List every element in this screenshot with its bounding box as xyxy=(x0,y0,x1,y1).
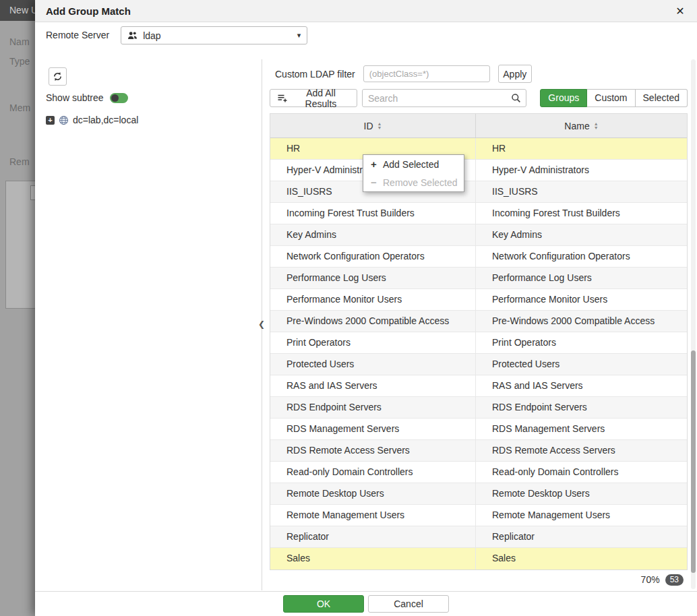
refresh-button[interactable] xyxy=(49,67,67,86)
row-name-cell[interactable]: Performance Log Users xyxy=(476,268,687,288)
row-id-cell[interactable]: Remote Desktop Users xyxy=(270,483,476,504)
show-subtree-toggle[interactable] xyxy=(110,93,128,103)
row-id-cell[interactable]: Incoming Forest Trust Builders xyxy=(270,203,476,224)
dimmed-background: New U Nam Type Mem Rem * xyxy=(0,0,35,616)
context-menu: + Add Selected − Remove Selected xyxy=(363,154,464,192)
row-name-cell[interactable]: RDS Remote Access Servers xyxy=(476,440,687,461)
row-name-cell[interactable]: IIS_IUSRS xyxy=(476,181,687,202)
dialog-title: Add Group Match xyxy=(46,5,131,17)
row-id-cell[interactable]: RDS Endpoint Servers xyxy=(270,397,476,418)
table-row[interactable]: SalesSales xyxy=(270,548,687,569)
table-row[interactable]: Performance Monitor UsersPerformance Mon… xyxy=(270,289,687,311)
table-row[interactable]: Read-only Domain ControllersRead-only Do… xyxy=(270,462,687,483)
table-row[interactable]: RDS Endpoint ServersRDS Endpoint Servers xyxy=(270,397,687,419)
table-row[interactable]: Protected UsersProtected Users xyxy=(270,354,687,375)
row-name-cell[interactable]: Remote Desktop Users xyxy=(476,483,687,504)
results-panel: Custom LDAP filter Apply Add All Results xyxy=(270,59,688,589)
table-row[interactable]: RAS and IAS ServersRAS and IAS Servers xyxy=(270,375,687,397)
row-name-cell[interactable]: Key Admins xyxy=(476,224,687,245)
tab-groups[interactable]: Groups xyxy=(540,89,587,107)
dialog-titlebar: Add Group Match ✕ xyxy=(35,0,697,22)
table-row[interactable]: Hyper-V AdministratorsHyper-V Administra… xyxy=(270,160,687,181)
tab-custom[interactable]: Custom xyxy=(587,89,635,107)
table-row[interactable]: IIS_IUSRSIIS_IUSRS xyxy=(270,181,687,203)
row-id-cell[interactable]: Performance Log Users xyxy=(270,268,476,288)
row-name-cell[interactable]: Network Configuration Operators xyxy=(476,246,687,267)
column-id-label: ID xyxy=(364,121,373,131)
column-header-id[interactable]: ID ▲▼ xyxy=(270,114,476,137)
search-input[interactable] xyxy=(363,90,506,106)
ldap-filter-label: Custom LDAP filter xyxy=(275,69,355,80)
row-id-cell[interactable]: RDS Remote Access Servers xyxy=(270,440,476,461)
scrollbar-thumb[interactable] xyxy=(691,350,696,573)
tree-node-label: dc=lab,dc=local xyxy=(73,115,138,125)
expand-plus-icon[interactable]: + xyxy=(46,116,55,125)
row-name-cell[interactable]: Hyper-V Administrators xyxy=(476,160,687,181)
table-row[interactable]: Incoming Forest Trust BuildersIncoming F… xyxy=(270,203,687,224)
apply-button[interactable]: Apply xyxy=(498,65,532,83)
row-id-cell[interactable]: Sales xyxy=(270,548,476,569)
sort-icon: ▲▼ xyxy=(594,122,599,130)
row-id-cell[interactable]: RDS Management Servers xyxy=(270,419,476,439)
row-name-cell[interactable]: Incoming Forest Trust Builders xyxy=(476,203,687,224)
table-row[interactable]: HRHR xyxy=(270,138,687,160)
sort-icon: ▲▼ xyxy=(377,122,382,130)
row-id-cell[interactable]: Key Admins xyxy=(270,224,476,245)
row-id-cell[interactable]: Performance Monitor Users xyxy=(270,289,476,310)
ldap-tree-root[interactable]: + dc=lab,dc=local xyxy=(46,115,138,125)
row-id-cell[interactable]: Replicator xyxy=(270,526,476,547)
row-name-cell[interactable]: Print Operators xyxy=(476,332,687,353)
row-id-cell[interactable]: RAS and IAS Servers xyxy=(270,375,476,396)
ok-button[interactable]: OK xyxy=(283,595,364,613)
group-table-body: HRHRHyper-V AdministratorsHyper-V Admini… xyxy=(270,138,687,569)
menu-item-add-selected[interactable]: + Add Selected xyxy=(363,155,464,173)
remote-server-select[interactable]: ldap ▾ xyxy=(121,26,307,44)
background-window-title: New U xyxy=(0,0,35,21)
dialog-scrollbar[interactable] xyxy=(691,59,696,589)
row-name-cell[interactable]: Sales xyxy=(476,548,687,569)
collapse-panel-icon[interactable]: ❮ xyxy=(255,317,268,332)
table-row[interactable]: Key AdminsKey Admins xyxy=(270,224,687,246)
row-id-cell[interactable]: Read-only Domain Controllers xyxy=(270,462,476,483)
row-name-cell[interactable]: RDS Management Servers xyxy=(476,419,687,439)
row-id-cell[interactable]: Print Operators xyxy=(270,332,476,353)
table-row[interactable]: ReplicatorReplicator xyxy=(270,526,687,548)
table-row[interactable]: Remote Management UsersRemote Management… xyxy=(270,505,687,526)
column-header-name[interactable]: Name ▲▼ xyxy=(476,114,687,137)
ldap-filter-input[interactable] xyxy=(363,65,490,82)
row-name-cell[interactable]: Pre-Windows 2000 Compatible Access xyxy=(476,311,687,332)
row-name-cell[interactable]: Performance Monitor Users xyxy=(476,289,687,310)
menu-item-remove-selected[interactable]: − Remove Selected xyxy=(363,173,464,191)
add-group-match-dialog: Add Group Match ✕ Remote Server ldap ▾ xyxy=(35,0,697,616)
table-row[interactable]: RDS Management ServersRDS Management Ser… xyxy=(270,419,687,440)
close-icon[interactable]: ✕ xyxy=(671,0,689,22)
row-name-cell[interactable]: Protected Users xyxy=(476,354,687,375)
toggle-knob xyxy=(111,94,119,102)
table-row[interactable]: RDS Remote Access ServersRDS Remote Acce… xyxy=(270,440,687,462)
chevron-down-icon: ▾ xyxy=(297,31,301,40)
add-all-results-button[interactable]: Add All Results xyxy=(270,89,357,107)
table-row[interactable]: Remote Desktop UsersRemote Desktop Users xyxy=(270,483,687,505)
tab-selected[interactable]: Selected xyxy=(636,89,688,107)
row-id-cell[interactable]: Protected Users xyxy=(270,354,476,375)
results-toolbar: Add All Results Groups Custom Selected xyxy=(270,89,688,107)
row-name-cell[interactable]: Remote Management Users xyxy=(476,505,687,526)
search-icon[interactable] xyxy=(506,90,526,106)
show-subtree-label: Show subtree xyxy=(46,92,104,103)
table-row[interactable]: Print OperatorsPrint Operators xyxy=(270,332,687,354)
row-name-cell[interactable]: HR xyxy=(476,138,687,159)
table-row[interactable]: Performance Log UsersPerformance Log Use… xyxy=(270,268,687,289)
remote-server-label: Remote Server xyxy=(46,26,109,44)
row-name-cell[interactable]: RDS Endpoint Servers xyxy=(476,397,687,418)
row-name-cell[interactable]: Replicator xyxy=(476,526,687,547)
row-id-cell[interactable]: Pre-Windows 2000 Compatible Access xyxy=(270,311,476,332)
row-name-cell[interactable]: RAS and IAS Servers xyxy=(476,375,687,396)
table-row[interactable]: Network Configuration OperatorsNetwork C… xyxy=(270,246,687,268)
row-name-cell[interactable]: Read-only Domain Controllers xyxy=(476,462,687,483)
domain-globe-icon xyxy=(59,115,69,125)
table-row[interactable]: Pre-Windows 2000 Compatible AccessPre-Wi… xyxy=(270,311,687,332)
row-id-cell[interactable]: Remote Management Users xyxy=(270,505,476,526)
row-id-cell[interactable]: Network Configuration Operators xyxy=(270,246,476,267)
refresh-icon xyxy=(53,71,63,82)
cancel-button[interactable]: Cancel xyxy=(368,595,449,613)
